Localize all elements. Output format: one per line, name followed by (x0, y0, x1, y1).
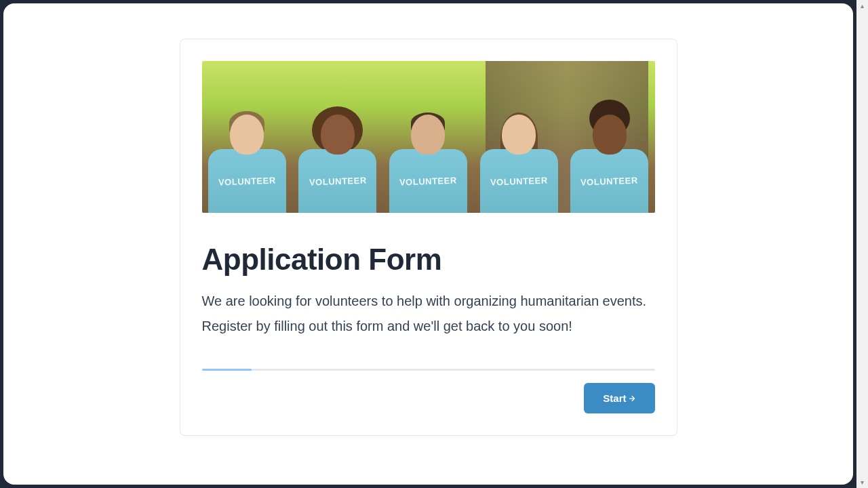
start-button[interactable]: Start (584, 383, 654, 413)
scrollbar-up-button[interactable]: ▴ (856, 0, 868, 12)
hero-image: VOLUNTEER VOLUNTEER VOLUNTEER VOLUNTEER (202, 61, 655, 213)
form-card: VOLUNTEER VOLUNTEER VOLUNTEER VOLUNTEER (180, 39, 677, 436)
shirt-text: VOLUNTEER (309, 175, 366, 187)
shirt-text: VOLUNTEER (490, 175, 547, 187)
form-description: We are looking for volunteers to help wi… (202, 289, 655, 339)
shirt-text: VOLUNTEER (580, 175, 638, 187)
shirt-text: VOLUNTEER (218, 175, 276, 187)
arrow-right-icon (628, 394, 636, 403)
progress-fill (202, 369, 252, 371)
progress-bar (202, 369, 655, 371)
button-row: Start (202, 383, 655, 413)
scrollbar-down-button[interactable]: ▾ (856, 476, 868, 488)
page-surface: VOLUNTEER VOLUNTEER VOLUNTEER VOLUNTEER (3, 3, 853, 485)
start-button-label: Start (603, 392, 626, 404)
shirt-text: VOLUNTEER (399, 175, 457, 187)
page-title: Application Form (202, 243, 655, 277)
scrollbar-track[interactable]: ▴ ▾ (856, 0, 868, 488)
